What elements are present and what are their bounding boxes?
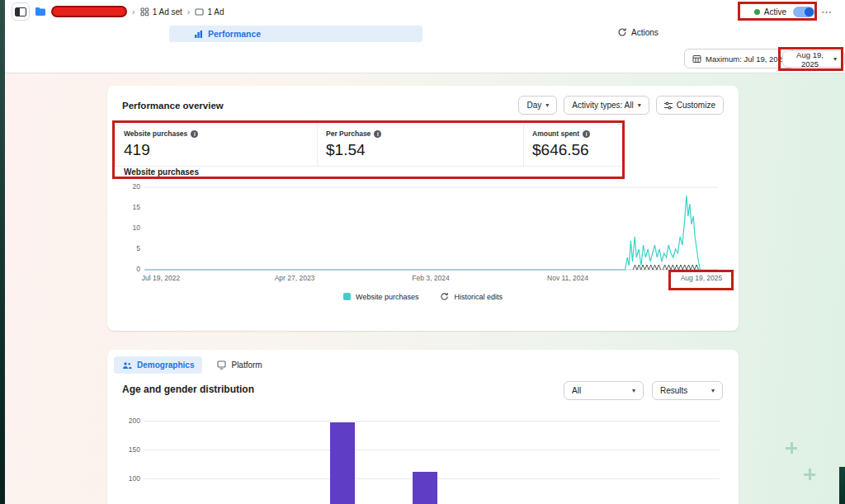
adset-icon bbox=[140, 7, 149, 16]
metric-label-row: Website purchases bbox=[124, 130, 309, 138]
metric-value: $1.54 bbox=[326, 141, 515, 159]
customize-button[interactable]: Customize bbox=[656, 96, 724, 115]
legend-website-purchases: Website purchases bbox=[343, 293, 418, 301]
chevron-down-icon bbox=[711, 388, 715, 394]
age-gender-bar bbox=[413, 472, 437, 504]
metric-value: 419 bbox=[124, 141, 309, 159]
bar-y-tick-label: 100 bbox=[119, 474, 140, 483]
teal-swatch-icon bbox=[343, 293, 351, 300]
metric-label-row: Amount spent bbox=[532, 130, 614, 138]
window-edge-right bbox=[839, 467, 845, 504]
people-icon bbox=[122, 361, 132, 370]
y-tick-label: 20 bbox=[119, 182, 140, 191]
history-icon bbox=[440, 292, 449, 301]
metric-label-row: Per Purchase bbox=[326, 130, 515, 138]
x-tick-label: Nov 11, 2024 bbox=[531, 274, 605, 282]
chart-section-title: Website purchases bbox=[124, 167, 199, 177]
bar-y-tick-label: 200 bbox=[119, 417, 140, 425]
legend-label: Historical edits bbox=[454, 293, 503, 301]
tab-performance-label: Performance bbox=[208, 29, 261, 39]
bar-y-tick-label: 150 bbox=[119, 445, 140, 454]
tab-platform-label: Platform bbox=[231, 360, 262, 370]
date-range-label: Aug 19, 2025 bbox=[791, 50, 829, 68]
info-icon[interactable] bbox=[374, 130, 381, 138]
day-dropdown-label: Day bbox=[526, 101, 541, 110]
breadcrumb-adset[interactable]: 1 Ad set bbox=[140, 7, 182, 16]
legend-historical-edits: Historical edits bbox=[440, 292, 503, 301]
chevron-down-icon bbox=[833, 56, 837, 63]
performance-controls: Day Activity types: All Customize bbox=[518, 96, 724, 115]
sliders-icon bbox=[664, 101, 673, 110]
tab-demographics[interactable]: Demographics bbox=[114, 356, 202, 374]
decorative-plus-icon bbox=[786, 442, 797, 454]
active-toggle[interactable] bbox=[793, 7, 814, 17]
breadcrumb-ad-label: 1 Ad bbox=[207, 7, 224, 16]
activity-types-dropdown[interactable]: Activity types: All bbox=[564, 96, 649, 115]
max-date-label: Maximum: Jul 19, 2022 bbox=[706, 54, 786, 64]
tab-performance[interactable]: Performance bbox=[169, 26, 422, 42]
age-gender-bar bbox=[330, 422, 355, 504]
y-tick-label: 0 bbox=[119, 265, 140, 273]
sidebar-toggle-icon bbox=[15, 7, 26, 16]
toggle-knob bbox=[805, 7, 814, 16]
topbar-right-group: Active bbox=[754, 7, 838, 17]
edit-marks bbox=[633, 265, 698, 270]
actions-button[interactable]: Actions bbox=[617, 27, 659, 37]
metric-amount-spent: Amount spent $646.56 bbox=[524, 124, 623, 167]
header-divider bbox=[0, 73, 845, 73]
date-range-dropdown[interactable]: Aug 19, 2025 bbox=[782, 50, 845, 68]
metric-label: Website purchases bbox=[124, 130, 187, 138]
filter-results-label: Results bbox=[660, 386, 687, 395]
metric-value: $646.56 bbox=[532, 141, 614, 159]
breadcrumb-ad[interactable]: 1 Ad bbox=[195, 7, 224, 16]
breadcrumb-adset-label: 1 Ad set bbox=[153, 7, 182, 16]
age-gender-title: Age and gender distribution bbox=[122, 384, 254, 395]
platform-icon bbox=[217, 360, 226, 370]
chevron-down-icon bbox=[632, 388, 635, 394]
demographics-tabs: Demographics Platform bbox=[114, 356, 271, 374]
y-tick-label: 10 bbox=[119, 224, 140, 232]
metric-website-purchases: Website purchases 419 bbox=[115, 124, 318, 167]
more-options-button[interactable] bbox=[821, 7, 832, 17]
info-icon[interactable] bbox=[583, 130, 590, 138]
tab-platform[interactable]: Platform bbox=[209, 356, 270, 374]
filter-all-dropdown[interactable]: All bbox=[564, 381, 644, 400]
x-tick-label: Jul 19, 2022 bbox=[124, 274, 198, 282]
legend-label: Website purchases bbox=[356, 293, 418, 301]
max-date-button[interactable]: Maximum: Jul 19, 2022 bbox=[684, 49, 795, 68]
chart-legend: Website purchases Historical edits bbox=[107, 292, 739, 301]
x-tick-label: Aug 19, 2025 bbox=[664, 274, 739, 282]
ad-icon bbox=[195, 7, 204, 16]
info-icon[interactable] bbox=[191, 130, 198, 138]
performance-overview-card: Performance overview Day Activity types:… bbox=[107, 86, 739, 331]
metric-label: Amount spent bbox=[532, 130, 579, 138]
breadcrumb-campaign-redacted[interactable] bbox=[51, 6, 127, 17]
chevron-down-icon bbox=[545, 102, 549, 109]
breadcrumb-bar: 1 Ad set 1 Ad Active bbox=[5, 0, 845, 23]
tab-demographics-label: Demographics bbox=[137, 360, 194, 370]
metric-label: Per Purchase bbox=[326, 130, 371, 138]
metrics-row: Website purchases 419 Per Purchase $1.54… bbox=[115, 124, 623, 167]
metric-per-purchase: Per Purchase $1.54 bbox=[318, 124, 524, 167]
sidebar-toggle-button[interactable] bbox=[12, 2, 30, 21]
actions-label: Actions bbox=[631, 28, 659, 37]
actions-icon bbox=[617, 27, 627, 37]
window-edge-left bbox=[0, 0, 5, 504]
x-tick-label: Apr 27, 2023 bbox=[257, 274, 332, 282]
folder-icon bbox=[35, 7, 46, 16]
bar-chart-icon bbox=[194, 30, 203, 39]
activity-types-label: Activity types: All bbox=[572, 101, 633, 110]
x-tick-label: Feb 3, 2024 bbox=[394, 274, 468, 282]
performance-card-header: Performance overview Day Activity types:… bbox=[107, 86, 739, 121]
y-tick-label: 15 bbox=[119, 203, 140, 211]
calendar-icon bbox=[692, 54, 701, 64]
y-tick-label: 5 bbox=[119, 244, 140, 252]
purchases-line bbox=[144, 195, 701, 270]
day-dropdown[interactable]: Day bbox=[518, 96, 557, 115]
customize-label: Customize bbox=[677, 101, 715, 110]
demographics-card: Demographics Platform Age and gender dis… bbox=[107, 350, 739, 504]
filter-results-dropdown[interactable]: Results bbox=[652, 381, 723, 400]
status-badge: Active bbox=[754, 7, 786, 16]
chevron-right-icon bbox=[132, 7, 135, 16]
performance-title: Performance overview bbox=[122, 101, 224, 111]
